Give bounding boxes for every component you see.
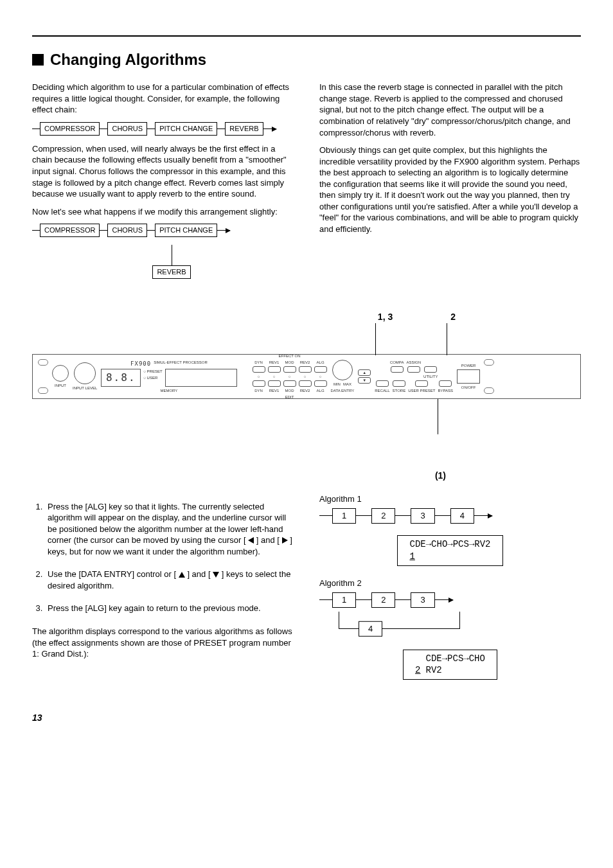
two-column-layout: Deciding which algorithm to use for a pa… (32, 82, 581, 278)
cursor-right-icon (282, 537, 288, 544)
title-text: Changing Algorithms (50, 49, 206, 70)
cursor-left-icon (248, 537, 254, 544)
lower-two-column: Press the [ALG] key so that it lights. T… (32, 482, 581, 680)
algorithm-2-display: 2 CDE→PCS→CHO RV2 (403, 650, 497, 680)
arrow-icon (217, 230, 230, 231)
algorithm-2-diagram: 1 2 3 4 (319, 592, 581, 629)
cursor-down-icon (213, 572, 219, 578)
algorithm-1-diagram: 1 2 3 4 (319, 508, 581, 524)
paragraph-3: Now let's see what happens if we modify … (32, 206, 294, 218)
power-button (457, 369, 480, 384)
algorithm-1-title: Algorithm 1 (319, 493, 581, 505)
right-column: In this case the reverb stage is connect… (319, 82, 581, 278)
chain2-pitch-change: PITCH CHANGE (155, 224, 217, 237)
effect-chain-2: COMPRESSOR CHORUS PITCH CHANGE REVERB (32, 224, 294, 279)
panel-lcd (165, 369, 237, 387)
alg-button (314, 366, 327, 373)
lower-right-column: Algorithm 1 1 2 3 4 CDE→CHO→PCS→RV2 1 Al… (319, 482, 581, 680)
chain1-reverb: REVERB (225, 122, 263, 136)
panel-callout-labels: 1, 3 2 (32, 311, 581, 323)
intro-paragraph: Deciding which algorithm to use for a pa… (32, 82, 294, 116)
right-paragraph-2: Obviously things can get quite complex, … (319, 145, 581, 235)
square-bullet-icon (32, 54, 44, 66)
front-panel-illustration: INPUT INPUT LEVEL FX900SIMUL-EFFECT PROC… (32, 354, 581, 399)
arrow-icon (474, 515, 492, 516)
steps-list: Press the [ALG] key so that it lights. T… (32, 501, 294, 614)
effect-chain-1: COMPRESSOR CHORUS PITCH CHANGE REVERB (32, 122, 294, 136)
chain1-pitch-change: PITCH CHANGE (155, 122, 217, 136)
data-entry-knob (332, 360, 353, 380)
chain1-compressor: COMPRESSOR (40, 122, 100, 136)
panel-numeric-display: 8.8. (101, 369, 141, 387)
step-1: Press the [ALG] key so that it lights. T… (45, 501, 294, 558)
down-button: ▼ (358, 377, 371, 384)
left-column: Deciding which algorithm to use for a pa… (32, 82, 294, 278)
top-rule (32, 35, 581, 37)
chain2-compressor: COMPRESSOR (40, 224, 100, 237)
step-3: Press the [ALG] key again to return to t… (45, 603, 294, 614)
closing-paragraph: The algorithm displays correspond to the… (32, 626, 294, 660)
arrow-icon (435, 599, 453, 600)
page-number: 13 (32, 712, 581, 724)
arrow-icon (263, 128, 276, 129)
callout-2: 2 (450, 311, 456, 323)
chain2-chorus: CHORUS (107, 224, 147, 237)
paragraph-2: Compression, when used, will nearly alwa… (32, 143, 294, 200)
callout-1: (1) (32, 470, 581, 482)
algorithm-1-display: CDE→CHO→PCS→RV2 1 (397, 535, 502, 566)
step-2: Use the [DATA ENTRY] control or [ ] and … (45, 569, 294, 591)
section-title: Changing Algorithms (32, 49, 581, 70)
cursor-up-icon (179, 572, 185, 578)
right-paragraph-1: In this case the reverb stage is connect… (319, 82, 581, 138)
callout-1-3: 1, 3 (378, 311, 393, 323)
up-button: ▲ (358, 369, 371, 376)
panel-leader-lines (32, 323, 581, 355)
chain1-chorus: CHORUS (107, 122, 147, 136)
lower-left-column: Press the [ALG] key so that it lights. T… (32, 482, 294, 680)
callout-1-leader (32, 399, 581, 434)
algorithm-2-title: Algorithm 2 (319, 578, 581, 589)
chain2-reverb: REVERB (152, 265, 190, 279)
